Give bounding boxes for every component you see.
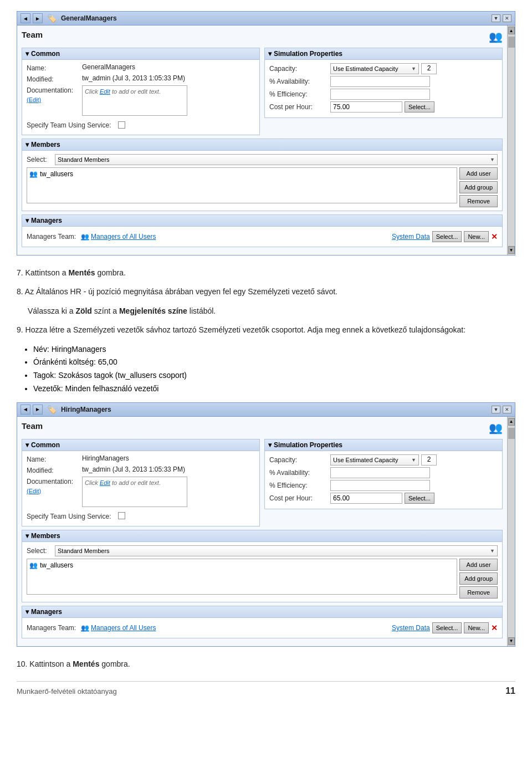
panel2-add-user-button[interactable]: Add user — [459, 559, 498, 571]
panel2-capacity-number[interactable]: 2 — [421, 454, 437, 466]
step10-bold: Mentés — [73, 659, 99, 668]
panel2-cost-label: Cost per Hour: — [269, 494, 330, 502]
panel1-modified-row: Modified: tw_admin (Jul 3, 2013 1:05:33 … — [27, 74, 255, 83]
panel2-modified-row: Modified: tw_admin (Jul 3, 2013 1:05:33 … — [27, 466, 255, 474]
step7-bold: Mentés — [68, 268, 95, 277]
valassza-bold2: Megjelenítés színe — [119, 306, 187, 315]
panel2-nav-back-button[interactable]: ◄ — [21, 405, 30, 415]
bullet4: Vezetők: Minden felhasználó vezetői — [33, 382, 515, 396]
panel2-members-header: ▾ Members — [22, 530, 502, 542]
panel1-availability-input[interactable] — [330, 76, 430, 87]
panel1-efficiency-label: % Efficiency: — [269, 90, 330, 98]
panel2-managers-select-button[interactable]: Select... — [432, 622, 462, 633]
panel2-team-title: Team — [22, 421, 43, 431]
panel1-team-header: Team 👥 — [22, 30, 503, 43]
step10-text1: Kattintson a — [29, 659, 73, 668]
panel2-member-name: tw_allusers — [40, 561, 73, 569]
panel2-scroll-down[interactable]: ▼ — [508, 637, 515, 645]
panel2-edit-link[interactable]: (Edit) — [27, 488, 41, 494]
panel1-members-section: ▾ Members Select: Standard Members ▼ — [22, 139, 503, 211]
panel2-scroll-up[interactable]: ▲ — [508, 418, 515, 426]
panel2-doc-area[interactable]: Click Edit to add or edit text. — [82, 477, 187, 507]
panel2-scrollbar[interactable]: ▲ ▼ — [507, 417, 515, 646]
panel2-close-button[interactable]: ✕ — [503, 406, 511, 413]
panel2-capacity-dropdown[interactable]: Use Estimated Capacity ▼ — [330, 454, 419, 466]
panel1-add-user-button[interactable]: Add user — [459, 167, 498, 180]
panel1-remove-button[interactable]: Remove — [459, 195, 498, 207]
panel2-doc-label: Documentation: — [27, 477, 82, 485]
panel1-managers-delete-button[interactable]: ✕ — [491, 232, 498, 241]
panel2-remove-button[interactable]: Remove — [459, 586, 498, 599]
step8-text: Az Általános HR - új pozíció megnyitása … — [25, 287, 337, 296]
panel2-select-button[interactable]: Select... — [405, 493, 434, 504]
panel1-doc-row: Documentation: (Edit) Click Edit to add … — [27, 85, 255, 116]
step9-block: 9. Hozza létre a Személyzeti vezetők sáv… — [17, 324, 515, 336]
panel2-managers-team-label: Managers Team: — [27, 624, 76, 632]
footer-text: Munkaerő-felvételi oktatóanyag — [17, 687, 117, 695]
panel2-managers-new-button[interactable]: New... — [464, 622, 489, 633]
panel2-dropdown-button[interactable]: ▼ — [492, 406, 500, 413]
panel1-edit-link[interactable]: (Edit) — [27, 96, 41, 103]
nav-back-button[interactable]: ◄ — [21, 13, 30, 23]
panel2-doc-label-wrap: Documentation: (Edit) — [27, 477, 82, 495]
panel1-team-title: Team — [22, 30, 43, 39]
panel1-efficiency-input[interactable] — [330, 89, 430, 100]
panel1-system-data-link[interactable]: System Data — [392, 233, 430, 241]
panel2-efficiency-input[interactable] — [330, 480, 430, 491]
panel1-name-label: Name: — [27, 63, 82, 72]
panel2-specify-checkbox[interactable] — [118, 512, 125, 519]
panel1-member-item: 👥 tw_allusers — [29, 170, 73, 178]
panel2-specify-label: Specify Team Using Service: — [27, 512, 111, 520]
panel2-members-select-label: Select: — [27, 547, 52, 555]
panel1-members-dropdown[interactable]: Standard Members ▼ — [55, 154, 498, 165]
panel2-name-row: Name: HiringManagers — [27, 454, 255, 463]
step9-num: 9. — [17, 325, 23, 334]
panel2-titlebar-left: ◄ ► 🏷️ HiringManagers — [21, 405, 111, 415]
panel1-add-group-button[interactable]: Add group — [459, 181, 498, 193]
panel2-members-dropdown[interactable]: Standard Members ▼ — [55, 545, 498, 556]
panel1-managers-select-button[interactable]: Select... — [432, 231, 462, 242]
panel1-specify-checkbox[interactable] — [118, 121, 125, 129]
panel2-member-item: 👥 tw_allusers — [29, 561, 73, 569]
panel2-modified-value: tw_admin (Jul 3, 2013 1:05:33 PM) — [82, 466, 255, 473]
panel1-scroll-down[interactable]: ▼ — [508, 246, 515, 254]
panel1-simulation-body: Capacity: Use Estimated Capacity ▼ 2 — [265, 60, 502, 117]
panel1-modified-value: tw_admin (Jul 3, 2013 1:05:33 PM) — [82, 74, 255, 82]
panel1-team-body: Team 👥 ▾ Common — [17, 25, 507, 255]
panel1-select-button[interactable]: Select... — [405, 101, 434, 112]
panel1-cost-input[interactable] — [330, 101, 402, 112]
panel1-scrollbar[interactable]: ▲ ▼ — [507, 25, 515, 255]
panel2-name-label: Name: — [27, 454, 82, 463]
panel2-managers-team-link[interactable]: 👥 Managers of All Users — [81, 624, 156, 632]
nav-forward-button[interactable]: ► — [33, 13, 43, 23]
panel2-body-wrap: Team 👥 ▾ Common — [17, 417, 515, 646]
panel1-scroll-thumb[interactable] — [508, 37, 515, 48]
panel1-capacity-number[interactable]: 2 — [421, 63, 437, 74]
panel2-nav-forward-button[interactable]: ► — [33, 405, 43, 415]
panel1-doc-area[interactable]: Click Edit to add or edit text. — [82, 85, 187, 116]
panel1-team-icon: 👥 — [489, 30, 503, 43]
panel1-capacity-dropdown[interactable]: Use Estimated Capacity ▼ — [330, 63, 419, 74]
panel1-dropdown-button[interactable]: ▼ — [492, 14, 500, 22]
panel1-body-wrap: Team 👥 ▾ Common — [17, 25, 515, 255]
panel2-doc-row: Documentation: (Edit) Click Edit to add … — [27, 477, 255, 507]
panel2-managers-body: Managers Team: 👥 Managers of All Users S… — [22, 618, 502, 638]
panel2-scroll-thumb[interactable] — [508, 428, 515, 439]
valassza-text2: színt a — [92, 306, 119, 315]
panel1-modified-label: Modified: — [27, 74, 82, 83]
panel1-managers-new-button[interactable]: New... — [464, 231, 489, 242]
panel2-efficiency-row: % Efficiency: — [269, 480, 498, 491]
panel2-cost-input[interactable] — [330, 493, 402, 504]
panel2-team-icon: 👥 — [489, 421, 503, 434]
panel2-add-group-button[interactable]: Add group — [459, 572, 498, 585]
panel2-availability-input[interactable] — [330, 467, 430, 478]
panel1-managers-team-link[interactable]: 👥 Managers of All Users — [81, 233, 156, 241]
panel1-scroll-up[interactable]: ▲ — [508, 27, 515, 34]
panel2-system-data-link[interactable]: System Data — [392, 624, 430, 632]
panel2-managers-delete-button[interactable]: ✕ — [491, 623, 498, 632]
panel1-availability-row: % Availability: — [269, 76, 498, 87]
panel1-close-button[interactable]: ✕ — [503, 14, 511, 22]
panel2-managers-section: ▾ Managers Managers Team: 👥 Managers of … — [22, 606, 503, 638]
panel2-team-body: Team 👥 ▾ Common — [17, 417, 507, 646]
panel2-members-list-wrap: 👥 tw_allusers Add user Add group Remove — [27, 559, 498, 599]
